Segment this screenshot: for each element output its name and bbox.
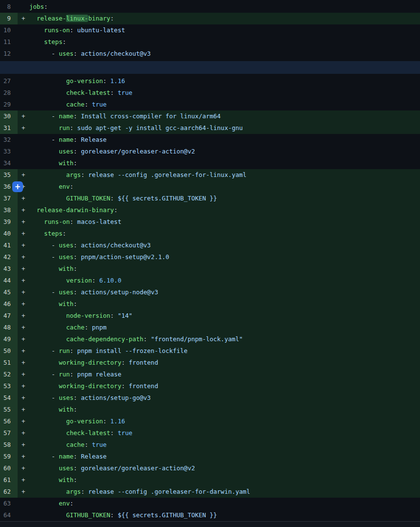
code-token [29, 429, 66, 437]
code-line: - uses: actions/setup-node@v3 [29, 286, 420, 298]
code-token [29, 312, 66, 319]
line-number[interactable]: 31 [0, 122, 18, 134]
line-number[interactable]: 56 [0, 416, 18, 427]
diff-marker: + [18, 416, 29, 427]
code-line: - run: pnpm install --frozen-lockfile [29, 345, 420, 357]
code-token: steps [44, 230, 63, 237]
diff-line-58: 58+ cache: true [0, 439, 420, 451]
line-number[interactable]: 43 [0, 263, 18, 275]
code-token: : [73, 406, 77, 413]
code-token: : [63, 230, 66, 237]
code-token: cache-dependency-path [66, 335, 143, 343]
line-number[interactable]: 41 [0, 240, 18, 251]
code-line: with: [29, 157, 420, 169]
line-number[interactable]: 58 [0, 439, 18, 451]
line-number[interactable]: 59 [0, 451, 18, 462]
code-line: uses: goreleaser/goreleaser-action@v2 [29, 462, 420, 474]
line-number[interactable]: 53 [0, 380, 18, 392]
line-number[interactable]: 49 [0, 333, 18, 345]
line-number[interactable]: 8 [0, 1, 18, 13]
line-number[interactable]: 52 [0, 369, 18, 380]
line-number[interactable]: 61 [0, 474, 18, 486]
code-token: with [59, 300, 73, 307]
code-token: : [70, 371, 77, 378]
diff-marker: + [18, 345, 29, 357]
code-token: name [59, 112, 73, 120]
line-number[interactable]: 55 [0, 404, 18, 416]
code-token: with [59, 476, 73, 483]
diff-line-61: 61+ with: [0, 474, 420, 486]
line-number[interactable]: 63 [0, 498, 18, 509]
code-token [29, 38, 44, 45]
line-number[interactable]: 35 [0, 169, 18, 181]
line-number[interactable]: 51 [0, 357, 18, 369]
diff-marker: + [18, 216, 29, 228]
line-number[interactable]: 33 [0, 146, 18, 157]
code-token: uses [59, 242, 73, 249]
line-number[interactable]: 37 [0, 193, 18, 204]
diff-line-47: 47+ node-version: "14" [0, 310, 420, 322]
line-number[interactable]: 12 [0, 48, 18, 60]
code-token: : [70, 218, 77, 225]
code-token: - [29, 50, 59, 57]
code-token: : [103, 417, 111, 425]
line-number[interactable]: 30 [0, 110, 18, 122]
code-token: - [29, 288, 59, 296]
diff-line-62: 62+ args: release --config .goreleaser-f… [0, 486, 420, 498]
line-number[interactable]: 50 [0, 345, 18, 357]
code-token: release-darwin-binary [37, 206, 114, 214]
line-number[interactable]: 27 [0, 75, 18, 87]
line-number[interactable]: 57 [0, 427, 18, 439]
line-number[interactable]: 47 [0, 310, 18, 322]
code-token: : [103, 77, 111, 85]
line-number[interactable]: 40 [0, 228, 18, 240]
line-number[interactable]: 46 [0, 298, 18, 310]
code-token: : [85, 441, 92, 448]
code-line: - uses: actions/checkout@v3 [29, 48, 420, 60]
code-token: cache [66, 101, 85, 108]
code-token: uses [59, 288, 73, 296]
code-token: : [111, 89, 118, 96]
diff-marker: + [18, 228, 29, 240]
line-number[interactable]: 64 [0, 509, 18, 521]
code-token [29, 265, 59, 272]
diff-line-28: 28 check-latest: true [0, 87, 420, 99]
diff-line-64: 64 GITHUB_TOKEN: ${{ secrets.GITHUB_TOKE… [0, 509, 420, 521]
diff-marker: + [18, 13, 29, 24]
code-token: : [73, 453, 81, 460]
code-line: cache: pnpm [29, 322, 420, 333]
line-number[interactable]: 28 [0, 87, 18, 99]
line-number[interactable]: 44 [0, 275, 18, 286]
code-token: : [73, 159, 77, 167]
line-number[interactable]: 9 [0, 13, 18, 24]
code-token: goreleaser/goreleaser-action@v2 [81, 148, 195, 155]
add-comment-button[interactable]: + [12, 181, 23, 192]
code-token: pnpm release [77, 371, 121, 378]
diff-rows: 8jobs:9+ release-linux-binary:10 runs-on… [0, 1, 420, 521]
diff-line-10: 10 runs-on: ubuntu-latest [0, 24, 420, 36]
line-number[interactable]: 42 [0, 251, 18, 263]
line-number[interactable]: 29 [0, 99, 18, 110]
diff-line-60: 60+ uses: goreleaser/goreleaser-action@v… [0, 462, 420, 474]
diff-line-36: 36+ env:+ [0, 181, 420, 193]
code-token [29, 335, 66, 343]
line-number[interactable]: 39 [0, 216, 18, 228]
expand-hunk-row[interactable] [0, 60, 420, 75]
line-number[interactable]: 48 [0, 322, 18, 333]
line-number[interactable]: 34 [0, 157, 18, 169]
line-number[interactable]: 11 [0, 36, 18, 48]
diff-footer [0, 521, 420, 527]
line-number[interactable]: 32 [0, 134, 18, 146]
code-token: cache [66, 441, 85, 448]
code-token: macos-latest [77, 218, 121, 225]
line-number[interactable]: 45 [0, 286, 18, 298]
diff-marker [18, 134, 29, 146]
line-number[interactable]: 54 [0, 392, 18, 404]
line-number[interactable]: 60 [0, 462, 18, 474]
code-line: version: 6.10.0 [29, 275, 420, 286]
line-number[interactable]: 10 [0, 24, 18, 36]
diff-line-41: 41+ - uses: actions/checkout@v3 [0, 240, 420, 251]
line-number[interactable]: 62 [0, 486, 18, 498]
line-number[interactable]: 38 [0, 204, 18, 216]
code-token: : [73, 242, 81, 249]
